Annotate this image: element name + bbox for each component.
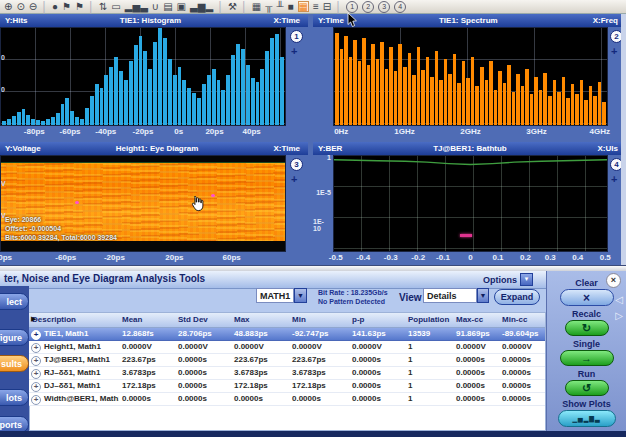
nav-left-icon[interactable]: ◁ bbox=[615, 295, 623, 305]
layout-rows-icon[interactable]: ≡ bbox=[313, 1, 319, 13]
bathtub-plot-icon[interactable]: ∪ bbox=[152, 1, 159, 13]
mini-bars-icon: ▁▅▂▇▃ bbox=[572, 416, 600, 422]
view-2-icon[interactable]: 2 bbox=[362, 1, 374, 13]
eye-marker-dot bbox=[211, 194, 215, 197]
recalc-button[interactable]: ↻ bbox=[565, 320, 609, 336]
show-plots-button[interactable]: ▁▅▂▇▃ bbox=[558, 410, 616, 427]
table-row[interactable]: Width@BER1, Math1 0.0000s 0.0000s 0.0000… bbox=[29, 393, 545, 406]
x-tick-label: -20ps bbox=[104, 253, 125, 262]
histogram-bars bbox=[1, 28, 285, 125]
spectrum-y-axis-gutter bbox=[313, 27, 333, 126]
add-cursor-icon[interactable]: + bbox=[610, 175, 617, 184]
expand-row-icon[interactable] bbox=[31, 343, 41, 353]
sidebar-tab[interactable]: sults bbox=[0, 355, 29, 372]
spectrum-plot-canvas[interactable] bbox=[333, 27, 608, 126]
selected-row-indicator: ▶ bbox=[31, 315, 36, 323]
panel-number-badge[interactable]: 3 bbox=[290, 158, 303, 171]
table-row[interactable]: RJ–δδ1, Math1 3.6783ps 0.0000s 3.6783ps … bbox=[29, 367, 545, 380]
pp-cell: 141.63ps bbox=[349, 328, 405, 340]
toolbar-separator[interactable]: │ bbox=[335, 1, 342, 13]
min-cell: 172.18ps bbox=[289, 380, 349, 392]
layout-grid-2x2-icon[interactable]: ▦ bbox=[298, 1, 309, 12]
toolbar-separator[interactable]: │ bbox=[241, 1, 248, 13]
mask-shape-icon[interactable]: ● bbox=[52, 1, 58, 13]
qualify-flag-icon[interactable]: ⚑ bbox=[62, 1, 71, 13]
eye-mask-plot-icon[interactable]: ▭ bbox=[111, 1, 120, 13]
bathtub-plot-canvas[interactable] bbox=[333, 155, 608, 252]
eye-title-bar: Y:Voltage Height1: Eye Diagram X:Time bbox=[0, 142, 308, 155]
window-grid-icon[interactable]: ▦ bbox=[252, 1, 261, 13]
view-4-icon[interactable]: 4 bbox=[394, 1, 406, 13]
panel-number-badge[interactable]: 1 bbox=[290, 30, 303, 43]
nav-right-icon[interactable]: ▷ bbox=[615, 311, 623, 321]
eye-readout-bits: Bits:6000 39284, Total:6000 39284 bbox=[5, 233, 117, 242]
eye-plot-canvas[interactable]: VV Eye: 20866 Offset: -0.000504 Bits:600… bbox=[0, 155, 286, 252]
layout-split-icon[interactable]: ⊟ bbox=[323, 1, 331, 13]
view-1-icon[interactable]: 1 bbox=[346, 1, 358, 13]
toolbar-separator[interactable]: │ bbox=[88, 1, 95, 13]
sidebar-tab[interactable]: lect bbox=[0, 293, 29, 310]
setup-wrench-icon[interactable]: ⚒ bbox=[228, 1, 237, 13]
toolbar-separator[interactable]: │ bbox=[41, 1, 48, 13]
stddev-cell: 0.0000s bbox=[175, 380, 231, 392]
view-3-icon[interactable]: 3 bbox=[378, 1, 390, 13]
source-dropdown-icon[interactable]: ▼ bbox=[294, 288, 307, 303]
y-tick-label: 1 bbox=[327, 153, 331, 160]
gate-flag-icon[interactable]: ⚑ bbox=[75, 1, 84, 13]
eye-x-axis-label: X:Time bbox=[273, 144, 300, 153]
options-button[interactable]: Options ▼ bbox=[483, 273, 533, 286]
table-row[interactable]: Height1, Math1 0.0000V 0.0000V 0.0000V 0… bbox=[29, 341, 545, 354]
view-dropdown-icon[interactable]: ▼ bbox=[477, 288, 489, 303]
stddev-cell: 0.0000V bbox=[175, 341, 231, 353]
spectrum-x-axis-label: X:Freq bbox=[593, 16, 618, 25]
expand-row-icon[interactable] bbox=[31, 395, 41, 405]
source-select[interactable]: MATH1 bbox=[256, 288, 294, 303]
toolbar-separator[interactable]: │ bbox=[217, 1, 224, 13]
view-select[interactable]: Details bbox=[423, 288, 477, 303]
table-row[interactable]: TIE1, Math1 12.868fs 28.706ps 48.883ps -… bbox=[29, 328, 545, 341]
x-tick-label: -80ps bbox=[24, 127, 45, 136]
single-button[interactable]: → bbox=[560, 350, 614, 366]
results-table-body: TIE1, Math1 12.868fs 28.706ps 48.883ps -… bbox=[29, 328, 545, 406]
pp-cell: 0.0000s bbox=[349, 393, 405, 405]
add-cursor-icon[interactable]: + bbox=[610, 47, 617, 56]
expand-row-icon[interactable] bbox=[31, 382, 41, 392]
view-label: View bbox=[399, 292, 422, 303]
expand-row-icon[interactable] bbox=[31, 330, 41, 340]
expand-button[interactable]: Expand bbox=[494, 289, 540, 305]
bottom-status-strip bbox=[0, 431, 626, 437]
histogram-plot-canvas[interactable]: 00 bbox=[0, 27, 286, 126]
expand-row-icon[interactable] bbox=[31, 356, 41, 366]
window-single-icon[interactable]: ■ bbox=[288, 1, 294, 13]
spectrum-plot-icon[interactable]: ▃▆▂ bbox=[190, 1, 213, 13]
trend-plot-icon[interactable]: ▤ bbox=[163, 1, 172, 13]
expand-row-icon[interactable] bbox=[31, 369, 41, 379]
table-row[interactable]: TJ@BER1, Math1 223.67ps 0.0000s 223.67ps… bbox=[29, 354, 545, 367]
options-dropdown-icon[interactable]: ▼ bbox=[520, 273, 533, 286]
run-button[interactable]: ↺ bbox=[565, 380, 609, 396]
table-row[interactable]: DJ–δδ1, Math1 172.18ps 0.0000s 172.18ps … bbox=[29, 380, 545, 393]
window-split-top-icon[interactable]: ╥ bbox=[265, 1, 272, 13]
x-tick-label: -0.3 bbox=[384, 253, 398, 262]
close-icon[interactable]: × bbox=[606, 273, 621, 288]
options-label: Options bbox=[483, 275, 517, 285]
add-cursor-icon[interactable]: + bbox=[290, 47, 297, 56]
window-split-bottom-icon[interactable]: ╨ bbox=[276, 1, 283, 13]
max-cell: 172.18ps bbox=[231, 380, 289, 392]
clear-button[interactable]: × bbox=[560, 289, 614, 306]
column-header: Max bbox=[231, 313, 289, 327]
zoom-select-icon[interactable]: ⊙ bbox=[16, 1, 24, 13]
add-cursor-icon[interactable]: + bbox=[290, 175, 297, 184]
zoom-in-icon[interactable]: ⊕ bbox=[4, 1, 12, 13]
cursors-icon[interactable]: ⇅ bbox=[99, 1, 107, 13]
zoom-out-icon[interactable]: ⊖ bbox=[29, 1, 37, 13]
histogram-plot-icon[interactable]: ▂▅▃ bbox=[125, 1, 148, 13]
eye-plot-icon[interactable]: ▣ bbox=[177, 1, 186, 13]
ber-marker bbox=[460, 234, 472, 237]
mean-cell: 3.6783ps bbox=[119, 367, 175, 379]
x-tick-label: -0.4 bbox=[356, 253, 370, 262]
sidebar-tab[interactable]: lots bbox=[0, 389, 29, 406]
eye-panel-controls: 3 + bbox=[286, 155, 308, 252]
dpojet-sidebar-tabs: lectfiguresultslotsports bbox=[0, 285, 29, 431]
sidebar-tab[interactable]: figure bbox=[0, 329, 29, 346]
